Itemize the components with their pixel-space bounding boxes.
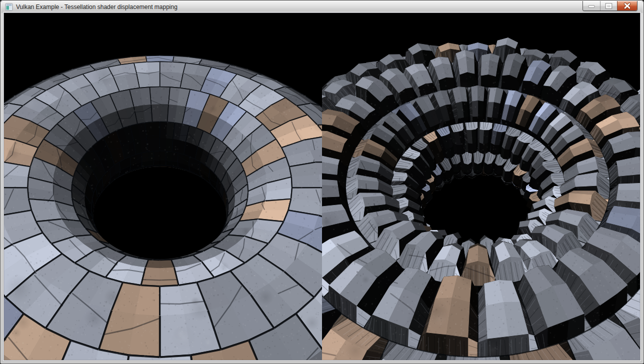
window-controls [582,1,638,11]
render-area [4,13,640,360]
minimize-button[interactable] [583,1,600,11]
close-button[interactable] [617,1,637,11]
titlebar[interactable]: Vulkan Example - Tessellation shader dis… [1,1,643,13]
viewport-torus-without-displacement[interactable] [4,13,322,360]
close-icon [618,1,637,11]
maximize-button[interactable] [600,1,617,11]
viewport-torus-with-displacement[interactable] [322,13,640,360]
window-title: Vulkan Example - Tessellation shader dis… [16,4,178,10]
minimize-icon [583,1,600,11]
application-window-icon [5,3,13,11]
app-icon [5,3,13,11]
maximize-icon [600,1,617,11]
application-window: Vulkan Example - Tessellation shader dis… [0,0,644,364]
